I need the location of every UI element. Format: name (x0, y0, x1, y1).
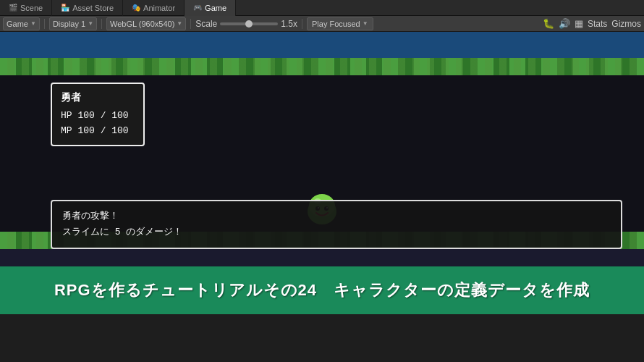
stats-box: 勇者 HP 100 / 100 MP 100 / 100 (51, 83, 145, 146)
webgl-arrow: ▼ (177, 20, 182, 27)
animator-icon: 🎭 (132, 0, 140, 16)
mp-max: 100 (111, 125, 128, 136)
tab-scene-label: Scene (20, 0, 43, 16)
toolbar-right: 🐛 🔊 ▦ Stats Gizmos (543, 18, 641, 29)
webgl-label: WebGL (960x540) (110, 20, 174, 28)
bug-icon[interactable]: 🐛 (543, 18, 554, 29)
stats-label[interactable]: Stats (588, 19, 607, 29)
scale-control: Scale 1.5x (195, 19, 297, 29)
asset-store-icon: 🏪 (61, 0, 69, 16)
tab-animator[interactable]: 🎭 Animator (123, 0, 185, 16)
tab-scene[interactable]: 🎬 Scene (0, 0, 52, 16)
hp-label: HP (61, 110, 72, 121)
game-viewport: 勇者 HP 100 / 100 MP 100 / 100 (0, 32, 644, 314)
mp-row: MP 100 / 100 (61, 124, 135, 139)
scale-value: 1.5x (281, 19, 297, 29)
display-label: Display 1 (53, 20, 85, 28)
gizmos-label[interactable]: Gizmos (611, 19, 641, 29)
hp-current: 100 (77, 110, 94, 121)
mp-label: MP (61, 125, 72, 136)
battle-log-line1: 勇者の攻撃！ (62, 209, 611, 224)
toolbar-divider-2 (101, 19, 102, 29)
play-focused-label: Play Focused (312, 20, 360, 28)
game-toolbar: Game ▼ Display 1 ▼ WebGL (960x540) ▼ Sca… (0, 16, 644, 32)
tab-bar: 🎬 Scene 🏪 Asset Store 🎭 Animator 🎮 Game (0, 0, 644, 16)
hp-row: HP 100 / 100 (61, 109, 135, 124)
tab-game-label: Game (205, 0, 226, 16)
tab-animator-label: Animator (143, 0, 175, 16)
grid-icon[interactable]: ▦ (575, 18, 583, 29)
scale-slider-thumb (245, 20, 253, 28)
play-focused-button[interactable]: Play Focused ▼ (307, 17, 373, 30)
game-tab-icon: 🎮 (193, 0, 202, 16)
hp-slash: / (101, 110, 112, 121)
toolbar-divider-4 (302, 19, 302, 29)
audio-icon[interactable]: 🔊 (559, 18, 570, 29)
toolbar-divider-1 (44, 19, 45, 29)
mp-slash: / (101, 125, 112, 136)
game-dropdown[interactable]: Game ▼ (3, 17, 40, 30)
display-arrow: ▼ (88, 20, 93, 27)
scene-icon: 🎬 (9, 0, 17, 16)
scale-label: Scale (195, 19, 217, 29)
bottom-banner: RPGを作るチュートリアルその24 キャラクターの定義データを作成 (0, 266, 644, 314)
battle-log: 勇者の攻撃！ スライムに 5 のダメージ！ (51, 200, 622, 249)
hero-name: 勇者 (61, 90, 135, 106)
webgl-dropdown[interactable]: WebGL (960x540) ▼ (106, 17, 186, 30)
mp-current: 100 (77, 125, 94, 136)
tile-strip-top (0, 58, 644, 75)
tab-asset-store[interactable]: 🏪 Asset Store (52, 0, 123, 16)
toolbar-divider-3 (190, 19, 191, 29)
game-dropdown-label: Game (7, 20, 28, 28)
display-dropdown[interactable]: Display 1 ▼ (49, 17, 97, 30)
hp-max: 100 (111, 110, 128, 121)
tile-strip-top-inner (0, 58, 644, 75)
tab-asset-store-label: Asset Store (72, 0, 114, 16)
play-focused-arrow: ▼ (363, 20, 368, 27)
banner-text: RPGを作るチュートリアルその24 キャラクターの定義データを作成 (54, 279, 590, 301)
game-dropdown-arrow: ▼ (30, 20, 36, 27)
tab-game[interactable]: 🎮 Game (185, 0, 236, 16)
battle-log-line2: スライムに 5 のダメージ！ (62, 224, 611, 240)
scale-slider[interactable] (220, 22, 278, 25)
